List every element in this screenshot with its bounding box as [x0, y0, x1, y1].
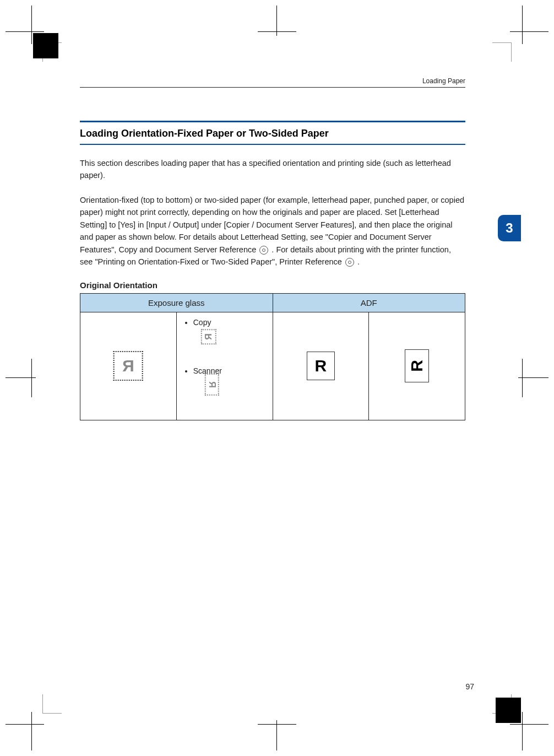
adf-glyph-1: R [307, 352, 335, 380]
scanner-glyph: R [205, 374, 219, 396]
cd-reference-icon [345, 258, 354, 267]
running-head: Loading Paper [80, 77, 465, 88]
adf-glyph-1-char: R [315, 357, 327, 375]
adf-glyph-2-char: R [409, 360, 425, 372]
table-caption: Original Orientation [80, 280, 465, 290]
page-number-text: 97 [465, 682, 474, 691]
chapter-number: 3 [506, 220, 513, 236]
exposure-glass-modes-cell: Copy R Scanner R [176, 312, 273, 420]
exposure-glyph-char: R [122, 357, 134, 375]
cd-reference-icon [259, 246, 268, 255]
orientation-table: Exposure glass ADF R Copy [80, 293, 465, 420]
header-adf: ADF [273, 293, 465, 312]
table-caption-text: Original Orientation [80, 280, 157, 290]
paragraph-2: Orientation-fixed (top to bottom) or two… [80, 194, 465, 268]
scanner-glyph-char: R [208, 381, 217, 388]
page-number: 97 [465, 682, 474, 691]
adf-cell-2: R [369, 312, 465, 420]
section-heading-text: Loading Orientation-Fixed Paper or Two-S… [80, 128, 329, 139]
header-exposure-glass: Exposure glass [80, 293, 273, 312]
copy-glyph: R [201, 329, 216, 344]
exposure-glyph: R [113, 351, 143, 381]
section-heading: Loading Orientation-Fixed Paper or Two-S… [80, 121, 465, 145]
paragraph-1-text: This section describes loading paper tha… [80, 159, 451, 180]
chapter-tab: 3 [498, 215, 521, 241]
copy-glyph-char: R [204, 333, 213, 340]
adf-glyph-2: R [405, 349, 429, 382]
running-head-text: Loading Paper [422, 77, 465, 85]
header-adf-text: ADF [361, 298, 377, 307]
exposure-glass-cell: R [80, 312, 177, 420]
header-exposure-glass-text: Exposure glass [148, 298, 205, 307]
copy-label: Copy [193, 318, 211, 327]
paragraph-1: This section describes loading paper tha… [80, 157, 465, 182]
paragraph-2-part3: . [357, 257, 360, 266]
adf-cell-1: R [273, 312, 369, 420]
